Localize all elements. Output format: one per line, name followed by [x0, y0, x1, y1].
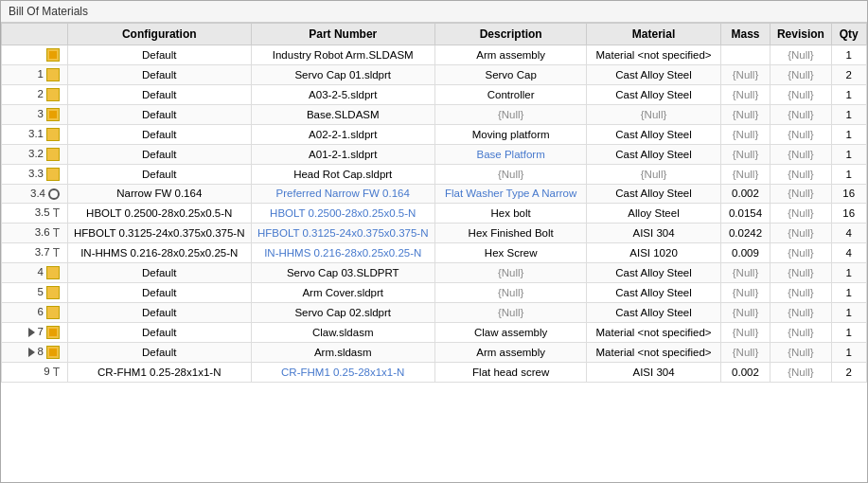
material-cell: {Null} — [587, 165, 720, 185]
row-number: 3.3 — [28, 168, 44, 179]
table-row: 8DefaultArm.sldasmArm assemblyMaterial <… — [2, 342, 867, 362]
bolt-icon: T — [53, 226, 60, 240]
table-row: 3.5THBOLT 0.2500-28x0.25x0.5-NHBOLT 0.25… — [2, 203, 867, 223]
table-row: 9TCR-FHM1 0.25-28x1x1-NCR-FHM1 0.25-28x1… — [2, 362, 867, 382]
qty-cell: 1 — [831, 145, 866, 165]
mass-cell: {Null} — [720, 342, 771, 362]
assembly-icon — [46, 108, 60, 121]
table-row: DefaultIndustry Robot Arm.SLDASMArm asse… — [2, 45, 867, 65]
desc-cell: Base Platform — [434, 145, 586, 165]
qty-cell: 1 — [831, 302, 866, 322]
part-icon — [46, 128, 60, 141]
revision-cell: {Null} — [771, 125, 831, 145]
window-title: Bill Of Materials — [9, 5, 88, 18]
table-container[interactable]: Configuration Part Number Description Ma… — [1, 23, 867, 482]
partnum-cell: Claw.sldasm — [251, 322, 434, 342]
col-header-material[interactable]: Material — [587, 24, 720, 45]
expand-arrow-icon[interactable] — [28, 348, 35, 357]
mass-cell: {Null} — [720, 145, 771, 165]
row-num-cell: 2 — [2, 85, 68, 105]
col-header-qty[interactable]: Qty — [831, 24, 866, 45]
null-value: {Null} — [788, 89, 814, 100]
mass-cell — [720, 45, 771, 65]
null-value: {Null} — [641, 109, 667, 120]
desc-cell: Claw assembly — [434, 322, 586, 342]
qty-cell: 2 — [831, 65, 866, 85]
revision-cell: {Null} — [771, 262, 831, 282]
revision-cell: {Null} — [771, 362, 831, 382]
config-cell: Default — [68, 45, 252, 65]
row-num-cell: 5 — [2, 282, 68, 302]
row-num-cell: 3.5T — [2, 203, 68, 223]
mass-cell: 0.002 — [720, 362, 771, 382]
mass-cell: {Null} — [720, 262, 771, 282]
table-row: 5DefaultArm Cover.sldprt{Null}Cast Alloy… — [2, 282, 867, 302]
revision-cell: {Null} — [771, 223, 831, 242]
row-number: 4 — [38, 266, 44, 277]
partnum-link[interactable]: CR-FHM1 0.25-28x1x1-N — [281, 367, 404, 378]
part-icon — [46, 148, 60, 161]
material-cell: AISI 304 — [587, 223, 720, 242]
bolt-icon: T — [53, 206, 60, 220]
partnum-link[interactable]: Preferred Narrow FW 0.164 — [276, 188, 410, 199]
null-value: {Null} — [498, 169, 524, 180]
qty-cell: 1 — [831, 165, 866, 185]
desc-cell: {Null} — [434, 165, 586, 185]
row-number: 3 — [38, 108, 44, 119]
config-cell: Default — [68, 302, 252, 322]
desc-link[interactable]: Flat Washer Type A Narrow — [445, 188, 576, 199]
config-cell: HBOLT 0.2500-28x0.25x0.5-N — [68, 203, 252, 223]
qty-cell: 1 — [831, 45, 866, 65]
partnum-link[interactable]: HBOLT 0.2500-28x0.25x0.5-N — [270, 207, 416, 219]
material-cell: Material <not specified> — [587, 322, 720, 342]
mass-cell: {Null} — [720, 105, 771, 125]
col-header-num — [2, 24, 68, 45]
material-cell: Material <not specified> — [587, 45, 720, 65]
material-cell: Alloy Steel — [587, 203, 720, 223]
mass-cell: 0.0154 — [720, 203, 771, 223]
revision-cell: {Null} — [771, 242, 831, 262]
null-value: {Null} — [788, 49, 814, 61]
null-value: {Null} — [788, 149, 814, 160]
mass-cell: {Null} — [720, 85, 771, 105]
null-value: {Null} — [733, 267, 759, 278]
material-cell: Cast Alloy Steel — [587, 125, 720, 145]
expand-arrow-icon[interactable] — [28, 328, 35, 337]
null-value: {Null} — [498, 267, 524, 278]
col-header-partnum[interactable]: Part Number — [251, 24, 434, 45]
desc-cell: {Null} — [434, 105, 586, 125]
config-cell: Default — [68, 145, 252, 165]
partnum-link[interactable]: IN-HHMS 0.216-28x0.25x0.25-N — [264, 247, 421, 259]
row-num-cell: 3.6T — [2, 223, 68, 242]
row-number: 8 — [38, 346, 44, 357]
col-header-revision[interactable]: Revision — [771, 24, 831, 45]
part-icon — [46, 266, 60, 279]
null-value: {Null} — [788, 367, 814, 378]
row-num-cell: 3.3 — [2, 165, 68, 185]
qty-cell: 1 — [831, 85, 866, 105]
null-value: {Null} — [733, 287, 759, 298]
config-cell: Narrow FW 0.164 — [68, 185, 252, 204]
col-header-config[interactable]: Configuration — [68, 24, 252, 45]
null-value: {Null} — [733, 327, 759, 338]
null-value: {Null} — [788, 347, 814, 358]
qty-cell: 1 — [831, 105, 866, 125]
partnum-cell: Arm Cover.sldprt — [251, 282, 434, 302]
null-value: {Null} — [733, 169, 759, 180]
assembly-icon — [46, 326, 60, 339]
row-number: 9 — [44, 366, 49, 377]
revision-cell: {Null} — [771, 85, 831, 105]
part-icon — [46, 68, 60, 81]
partnum-cell: Base.SLDASM — [251, 105, 434, 125]
null-value: {Null} — [788, 247, 814, 259]
col-header-mass[interactable]: Mass — [720, 24, 771, 45]
col-header-desc[interactable]: Description — [434, 24, 586, 45]
null-value: {Null} — [641, 169, 667, 180]
desc-link[interactable]: Base Platform — [477, 149, 545, 160]
config-cell: Default — [68, 65, 252, 85]
partnum-link[interactable]: HFBOLT 0.3125-24x0.375x0.375-N — [257, 227, 429, 239]
revision-cell: {Null} — [771, 185, 831, 204]
row-num-cell: 3.1 — [2, 125, 68, 145]
config-cell: Default — [68, 85, 252, 105]
bill-of-materials-window: Bill Of Materials Configuration Part Num… — [0, 0, 868, 483]
